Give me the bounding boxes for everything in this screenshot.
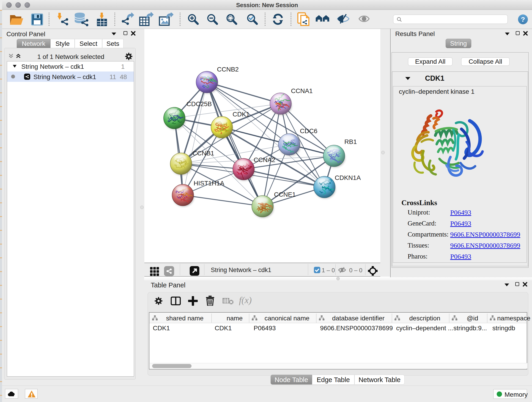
svg-text:CCNA1: CCNA1 xyxy=(291,87,313,95)
svg-text:HIST1H1A: HIST1H1A xyxy=(194,180,224,187)
svg-text:CDC6: CDC6 xyxy=(300,128,317,134)
svg-text:CCNB1: CCNB1 xyxy=(192,150,214,157)
svg-text:CDK1: CDK1 xyxy=(233,111,250,118)
svg-text:CCNE1: CCNE1 xyxy=(274,191,296,198)
svg-text:CDC25B: CDC25B xyxy=(186,100,212,108)
svg-text:RB1: RB1 xyxy=(344,138,357,145)
svg-text:CCNA2: CCNA2 xyxy=(254,156,275,163)
svg-text:CCNB2: CCNB2 xyxy=(217,66,239,73)
svg-text:CDKN1A: CDKN1A xyxy=(335,174,361,181)
